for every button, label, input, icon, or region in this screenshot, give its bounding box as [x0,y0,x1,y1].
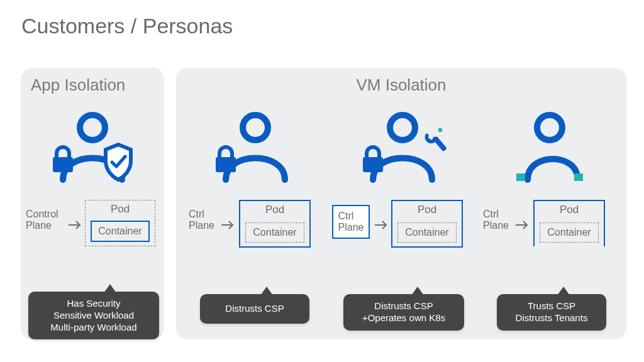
container-label: Container [253,227,296,238]
callout-text: Trusts CSP Distrusts Tenants [516,300,588,323]
callout-text: Distrusts CSP +Operates own K8s [362,300,445,323]
column-vm-2: Ctrl Plane Pod Container Distrusts CSP +… [332,106,473,332]
arrow-icon [374,219,389,231]
callout-vm-1: Distrusts CSP [200,294,309,324]
pod-label: Pod [240,204,309,216]
svg-point-8 [537,115,562,140]
slide-title: Customers / Personas [21,14,233,38]
persona-icon-lock-wrench [355,106,450,187]
persona-icon-lock [208,106,303,187]
svg-rect-9 [516,173,525,181]
svg-rect-10 [574,173,583,181]
container-box: Container [540,222,599,243]
svg-point-0 [80,115,105,140]
ctrl-plane-label: Ctrl Plane [483,209,509,232]
persona-icon-tenant [502,106,597,187]
svg-rect-6 [433,136,447,151]
pod-label: Pod [392,204,462,216]
container-box: Container [245,222,304,243]
box-row: Ctrl Plane Pod Container [479,200,620,250]
container-box: Container [91,221,150,242]
svg-rect-1 [53,157,73,172]
panel-app-isolation: App Isolation [21,68,164,339]
callout-vm-2: Distrusts CSP +Operates own K8s [343,294,464,331]
ctrl-plane-label: Ctrl Plane [338,211,364,233]
callout-app: Has Security Sensitive Workload Multi-pa… [28,292,159,339]
panel-vm-isolation: VM Isolation Ctrl Plane [176,68,626,339]
ctrl-plane-label: Ctrl Plane [189,209,214,232]
svg-rect-7 [438,128,442,132]
pod-box: Pod Container [533,200,605,246]
ctrl-plane-box: Ctrl Plane [332,205,370,239]
arrow-icon [514,219,530,231]
pod-box: Pod Container [239,200,311,248]
container-label: Container [405,227,448,238]
panel-title-app: App Isolation [31,75,125,95]
box-row: Ctrl Plane Pod Container [332,200,473,250]
pod-label: Pod [86,203,155,216]
container-label: Container [547,227,591,238]
slide: Customers / Personas App Isolation [0,0,644,362]
arrow-icon [220,219,235,231]
pod-box: Pod Container [85,200,155,246]
column-vm-1: Ctrl Plane Pod Container Distrusts CSP [185,106,326,332]
callout-text: Distrusts CSP [225,303,284,314]
persona-icon-lock-shield [45,106,140,187]
callout-text: Has Security Sensitive Workload Multi-pa… [50,298,136,332]
callout-vm-3: Trusts CSP Distrusts Tenants [497,294,606,331]
panel-title-vm: VM Isolation [176,75,626,95]
box-row: Ctrl Plane Pod Container [185,200,326,250]
pod-box: Pod Container [391,200,463,248]
arrow-icon [67,219,82,231]
box-row: Control Plane Pod Container [22,200,163,250]
pod-label: Pod [535,204,604,216]
svg-rect-3 [216,157,236,172]
svg-point-2 [243,115,268,140]
control-plane-label: Control Plane [26,209,58,232]
column-vm-3: Ctrl Plane Pod Container Trusts CSP Dist… [479,106,620,332]
column-app: Control Plane Pod Container Has Security… [22,106,163,332]
svg-rect-5 [363,157,383,172]
container-box: Container [397,222,457,243]
container-label: Container [98,226,142,237]
svg-point-4 [390,115,415,140]
